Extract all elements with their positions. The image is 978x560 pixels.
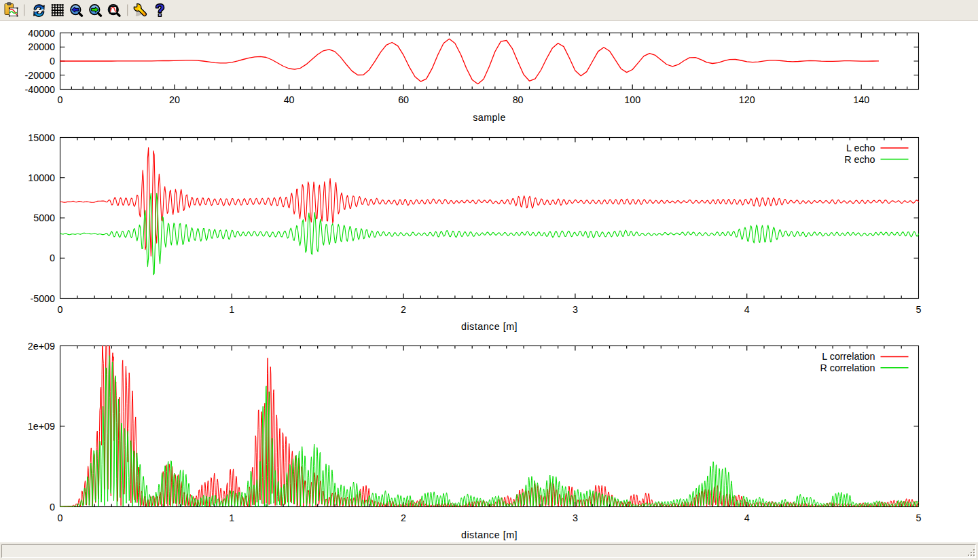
svg-text:15000: 15000 [28, 132, 55, 143]
svg-text:20000: 20000 [28, 41, 55, 52]
svg-text:5: 5 [916, 304, 922, 315]
svg-text:100: 100 [624, 94, 640, 105]
svg-text:-40000: -40000 [24, 84, 55, 95]
svg-text:0: 0 [50, 502, 55, 512]
svg-text:80: 80 [513, 94, 524, 105]
svg-text:1: 1 [229, 304, 234, 315]
svg-text:2: 2 [401, 304, 406, 315]
svg-text:sample: sample [473, 112, 506, 123]
svg-text:1e+09: 1e+09 [28, 421, 55, 432]
svg-text:60: 60 [398, 94, 409, 105]
svg-text:0: 0 [50, 253, 55, 263]
svg-text:0: 0 [58, 512, 63, 523]
svg-text:0: 0 [50, 56, 55, 67]
svg-text:2e+09: 2e+09 [28, 341, 55, 352]
svg-text:0: 0 [58, 304, 63, 315]
svg-text:10000: 10000 [28, 172, 55, 183]
svg-text:-20000: -20000 [24, 70, 55, 81]
svg-text:5000: 5000 [33, 212, 55, 223]
svg-text:R correlation: R correlation [820, 362, 875, 373]
svg-text:3: 3 [573, 304, 578, 315]
svg-text:3: 3 [573, 512, 578, 523]
svg-text:140: 140 [853, 94, 869, 105]
svg-text:2: 2 [401, 512, 406, 523]
svg-text:4: 4 [744, 512, 750, 523]
svg-text:120: 120 [739, 94, 755, 105]
svg-text:distance [m]: distance [m] [461, 529, 518, 540]
svg-text:40: 40 [284, 94, 295, 105]
svg-text:R echo: R echo [844, 154, 875, 165]
svg-text:L echo: L echo [846, 143, 875, 153]
svg-text:20: 20 [169, 94, 180, 105]
svg-text:-5000: -5000 [30, 293, 55, 304]
svg-text:0: 0 [58, 94, 63, 105]
svg-text:1: 1 [229, 512, 234, 523]
svg-text:5: 5 [916, 512, 922, 523]
svg-text:L correlation: L correlation [822, 351, 875, 362]
svg-text:distance [m]: distance [m] [461, 321, 518, 332]
svg-text:40000: 40000 [28, 28, 55, 39]
svg-text:4: 4 [744, 304, 750, 315]
